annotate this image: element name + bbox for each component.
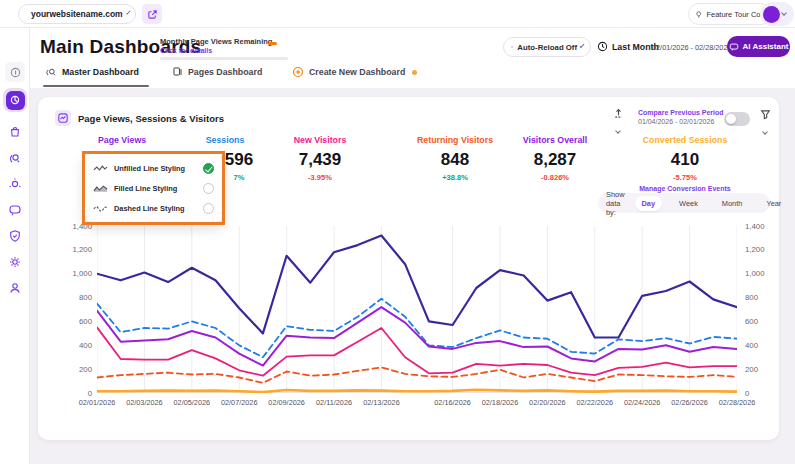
notification-dot [412, 70, 417, 75]
metric-converted-sessions: Converted Sessions 410 -5.75% Manage Con… [625, 135, 745, 192]
sidebar-nav [0, 28, 30, 464]
menu-item-unfilled-line[interactable]: Unfilled Line Styling [93, 159, 214, 177]
app-root: yourwebsitename.com Feature Tour Complet… [0, 0, 795, 464]
dashboards-icon [6, 91, 25, 110]
launcher-icon [9, 66, 22, 79]
hand-swipe-icon [45, 66, 57, 78]
y-axis-left: 02004006008001,0001,2001,400 [54, 97, 92, 440]
click-for-details-link[interactable]: Click for details [160, 47, 212, 54]
sidebar-item-settings[interactable] [8, 255, 23, 270]
usage-progress-bar [160, 57, 288, 60]
sidebar-item-dashboards[interactable] [3, 88, 27, 112]
sidebar-item-account[interactable] [8, 281, 23, 296]
sidebar-item-launcher[interactable] [5, 62, 25, 82]
manage-conversion-events-link[interactable]: Manage Conversion Events [625, 185, 745, 192]
avatar [763, 6, 780, 23]
chevron-down-icon [126, 10, 130, 14]
y-axis-right: 02004006008001,0001,2001,400 [745, 97, 785, 440]
page-header: Main Dashboards Monthly Page Views Remai… [30, 28, 795, 88]
hand-gesture-icon [8, 151, 22, 165]
monthly-pageviews-label: Monthly Page Views Remaining [160, 37, 272, 46]
compare-range: 01/04/2026 - 02/01/2026 [638, 118, 724, 125]
refresh-icon [511, 42, 513, 52]
ai-assistant-label: AI Assistant [743, 42, 789, 51]
pageviews-sessions-visitors-panel: Page Views, Sessions & Visitors Compare … [38, 97, 779, 440]
tab-create-new-dashboard[interactable]: Create New Dashboard [292, 66, 417, 78]
gear-icon [8, 255, 22, 269]
metric-delta: -0.826% [495, 173, 615, 182]
export-button[interactable] [610, 108, 626, 130]
metric-value: 7,439 [260, 150, 380, 170]
sidebar-item-security[interactable] [8, 229, 23, 244]
site-selector[interactable]: yourwebsitename.com [18, 4, 136, 24]
user-icon [8, 281, 22, 295]
feature-tour-label: Feature Tour Complet... [706, 10, 765, 19]
site-name: yourwebsitename.com [31, 9, 123, 19]
plus-circle-icon [292, 66, 304, 78]
tab-master-dashboard[interactable]: Master Dashboard [45, 66, 139, 78]
metric-new-visitors: New Visitors 7,439 -3.95% [260, 135, 380, 182]
metric-label: Visitors Overall [495, 135, 615, 145]
bag-icon [8, 125, 22, 139]
toggle-knob [726, 114, 736, 124]
sidebar-item-gestures[interactable] [8, 151, 23, 166]
radio-button[interactable] [203, 163, 214, 174]
tab-label: Master Dashboard [62, 67, 139, 77]
radio-button[interactable] [203, 183, 214, 194]
panel-title: Page Views, Sessions & Visitors [78, 113, 224, 124]
menu-item-filled-line[interactable]: Filled Line Styling [93, 179, 214, 197]
metric-visitors-overall: Visitors Overall 8,287 -0.826% [495, 135, 615, 182]
target-icon [8, 177, 22, 191]
ai-assistant-button[interactable]: AI Assistant [727, 36, 790, 57]
sidebar-item-store[interactable] [8, 125, 23, 140]
period-label: Last Month [597, 41, 659, 52]
metric-value: 410 [625, 150, 745, 170]
menu-item-dashed-line[interactable]: Dashed Line Styling [93, 199, 214, 217]
sidebar-item-goals[interactable] [8, 177, 23, 192]
compare-previous-period: Compare Previous Period 01/04/2026 - 02/… [638, 109, 724, 125]
sidebar-item-messages[interactable] [8, 203, 23, 218]
chevron-down-icon [580, 43, 585, 48]
radio-button[interactable] [203, 203, 214, 214]
account-menu[interactable] [760, 2, 794, 26]
lightbulb-icon [695, 9, 702, 20]
compare-label: Compare Previous Period [638, 109, 724, 116]
filled-line-icon [93, 184, 108, 193]
chat-icon [8, 203, 22, 217]
granularity-day[interactable]: Day [635, 196, 663, 211]
external-link-icon [147, 9, 158, 20]
tab-pages-dashboard[interactable]: Pages Dashboard [172, 66, 262, 77]
clock-icon [597, 41, 608, 52]
granularity-week[interactable]: Week [672, 196, 705, 211]
auto-reload-label: Auto-Reload Off [517, 43, 577, 52]
active-tab-underline [43, 85, 149, 87]
metric-value: 8,287 [495, 150, 615, 170]
open-site-button[interactable] [142, 4, 162, 24]
metric-label: New Visitors [260, 135, 380, 145]
chevron-down-icon [781, 10, 787, 16]
metric-delta: -3.95% [260, 173, 380, 182]
date-range-value: 02/01/2026 - 02/28/2026 [652, 43, 732, 52]
chat-bubble-icon [729, 42, 739, 52]
export-icon [613, 108, 624, 119]
metric-label: Converted Sessions [625, 135, 745, 145]
line-chart [97, 226, 737, 393]
chevron-down-icon [615, 128, 621, 134]
pages-icon [172, 66, 183, 77]
show-data-by-label: Show data by: [606, 190, 625, 217]
auto-reload-dropdown[interactable]: Auto-Reload Off [503, 37, 591, 57]
tab-label: Pages Dashboard [188, 67, 262, 77]
metric-delta: -5.75% [625, 173, 745, 182]
tab-label: Create New Dashboard [309, 67, 405, 77]
topbar: yourwebsitename.com Feature Tour Complet… [0, 0, 795, 28]
line-style-menu: Unfilled Line Styling Filled Line Stylin… [85, 154, 222, 222]
shield-check-icon [8, 229, 22, 243]
dashed-line-icon [93, 204, 108, 213]
usage-indicator [268, 42, 277, 45]
unfilled-line-icon [93, 164, 108, 173]
